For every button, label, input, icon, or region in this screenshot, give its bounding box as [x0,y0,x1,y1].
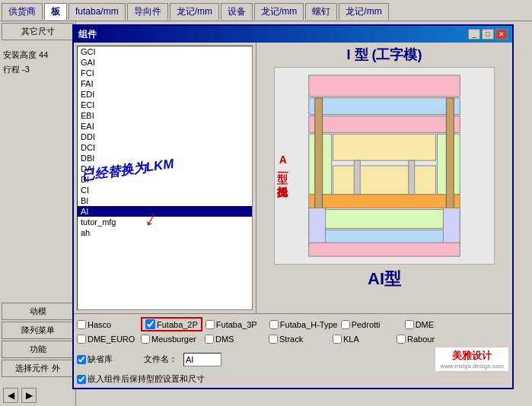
select-component-btn[interactable]: 选择元件 外 [2,360,74,377]
tab-guide[interactable]: 导向件 [127,3,168,20]
list-item[interactable]: DBI [78,153,252,163]
futaba-h-checkbox[interactable] [269,320,279,329]
list-item[interactable]: GCI [78,46,252,57]
checkbox-hasco[interactable]: Hasco [77,320,138,329]
kla-checkbox[interactable] [333,335,342,344]
checkbox-row-1: Hasco Futaba_2P Futaba_3P Futaba_H-Type … [77,317,509,331]
tab-equipment[interactable]: 设备 [221,3,253,20]
checkbox-dme[interactable]: DME [405,320,466,329]
list-item[interactable]: CI [78,185,252,195]
rabour-checkbox[interactable] [397,335,406,344]
preview-bottom-title: AI型 [368,268,401,290]
file-name-label: 文件名： [144,354,177,365]
dialog-window: 组件 _ □ ✕ GCI GAI FCI FAI EDI ECI EBI [72,24,514,389]
dme-euro-checkbox[interactable] [77,335,86,344]
restore-button[interactable]: □ [482,29,494,40]
svg-rect-12 [315,98,323,227]
checkbox-dms[interactable]: DMS [205,335,266,344]
checkbox-row-2: DME_EURO Meusburger DMS Strack KLA Rabou… [77,335,509,344]
list-item[interactable]: EAI [78,121,252,132]
svg-rect-11 [409,160,415,195]
checkbox-meusburger[interactable]: Meusburger [141,335,202,344]
svg-rect-13 [446,98,454,227]
checkbox-pedrotti[interactable]: Pedrotti [341,320,402,329]
component-listbox[interactable]: GCI GAI FCI FAI EDI ECI EBI EAI DDI DCI … [77,46,253,310]
futaba-2p-checkbox[interactable] [145,319,155,329]
dialog-body: GCI GAI FCI FAI EDI ECI EBI EAI DDI DCI … [74,43,512,313]
install-height-label: 安装高度 44 [0,48,75,62]
arrow-left-btn[interactable]: ◀ [3,388,18,403]
dialog-titlebar: 组件 _ □ ✕ [74,26,512,43]
svg-rect-6 [333,166,436,195]
tab-longji-mm2[interactable]: 龙记/mm [254,3,304,20]
bottom-row: 缺省库 文件名： 美雅设计 www.meiya design.com [77,347,509,372]
checkbox-dme-euro[interactable]: DME_EURO [77,335,138,344]
list-item[interactable]: DI [78,174,252,185]
close-button[interactable]: ✕ [495,29,508,40]
dialog-bottom: Hasco Futaba_2P Futaba_3P Futaba_H-Type … [74,313,512,388]
futaba-3p-checkbox[interactable] [205,320,215,329]
other-size-btn[interactable]: 其它尺寸 [2,23,74,40]
strack-checkbox[interactable] [269,335,278,344]
top-tabbar: 供货商 板 futaba/mm 导向件 龙记/mm 设备 龙记/mm 螺钉 龙记… [0,0,532,21]
stock-checkbox[interactable] [77,355,86,364]
list-item[interactable]: BI [78,195,252,206]
checkbox-rabour[interactable]: Rabour [397,335,457,344]
tab-supplier[interactable]: 供货商 [2,3,43,20]
tab-screw[interactable]: 螺钉 [305,3,337,20]
checkbox-futaba-h[interactable]: Futaba_H-Type [269,320,338,329]
dialog-controls: _ □ ✕ [468,29,508,40]
left-sidebar: 其它尺寸 安装高度 44 行程 -3 动模 降列菜单 功能 选择元件 外 ◀ ▶ [0,21,76,406]
list-item[interactable]: FCI [78,68,252,78]
list-item[interactable]: EDI [78,89,252,100]
list-item-selected[interactable]: AI [78,206,252,217]
svg-rect-5 [333,134,436,160]
list-item[interactable]: FAI [78,78,252,89]
svg-rect-15 [443,208,460,246]
tab-futaba-mm[interactable]: futaba/mm [68,3,126,20]
checkbox-futaba-2p[interactable]: Futaba_2P [141,317,202,331]
meusburger-checkbox[interactable] [141,335,150,344]
svg-rect-2 [309,116,460,133]
note-checkbox[interactable] [77,375,86,384]
checkbox-strack[interactable]: Strack [269,335,330,344]
pedrotti-checkbox[interactable] [341,320,350,329]
svg-rect-1 [309,98,460,115]
list-item[interactable]: DAI [78,163,252,174]
list-item[interactable]: EBI [78,110,252,121]
tab-longji-mm3[interactable]: 龙记/mm [339,3,388,20]
arrow-right-btn[interactable]: ▶ [21,388,37,403]
watermark-text2: www.meiya design.com [440,363,504,370]
svg-rect-0 [309,75,460,97]
preview-label-left: A型—加托板 [276,154,289,178]
checkbox-kla[interactable]: KLA [333,335,393,344]
preview-image-area: A型—加托板 [274,67,495,265]
stock-checkbox-item[interactable]: 缺省库 [77,354,138,365]
list-item[interactable]: tutor_mfg [78,217,252,227]
hasco-checkbox[interactable] [77,320,86,329]
note-checkbox-item[interactable]: 嵌入组件后保持型腔设置和尺寸 [77,373,205,385]
list-item[interactable]: ah [78,227,252,238]
svg-rect-8 [309,210,460,229]
dynamic-mold-btn[interactable]: 动模 [2,303,74,320]
dms-checkbox[interactable] [205,335,214,344]
watermark: 美雅设计 www.meiya design.com [435,347,509,372]
minimize-button[interactable]: _ [468,29,480,40]
tab-plate[interactable]: 板 [44,3,67,20]
dme-checkbox[interactable] [405,320,414,329]
list-item[interactable]: DDI [78,132,252,142]
list-item[interactable]: GAI [78,57,252,68]
list-panel: GCI GAI FCI FAI EDI ECI EBI EAI DDI DCI … [74,43,256,313]
svg-rect-10 [354,160,360,195]
svg-rect-16 [309,243,460,256]
list-item[interactable]: DCI [78,142,252,153]
checkbox-futaba-3p[interactable]: Futaba_3P [205,320,266,329]
mold-svg [275,68,494,264]
dropdown-btn[interactable]: 降列菜单 [2,322,74,339]
file-name-input[interactable] [183,353,221,366]
preview-panel: I 型 (工字模) A型—加托板 [256,43,512,313]
dialog-title: 组件 [78,28,97,41]
list-item[interactable]: ECI [78,100,252,110]
tab-longji-mm1[interactable]: 龙记/mm [170,3,219,20]
function-btn[interactable]: 功能 [2,341,74,358]
